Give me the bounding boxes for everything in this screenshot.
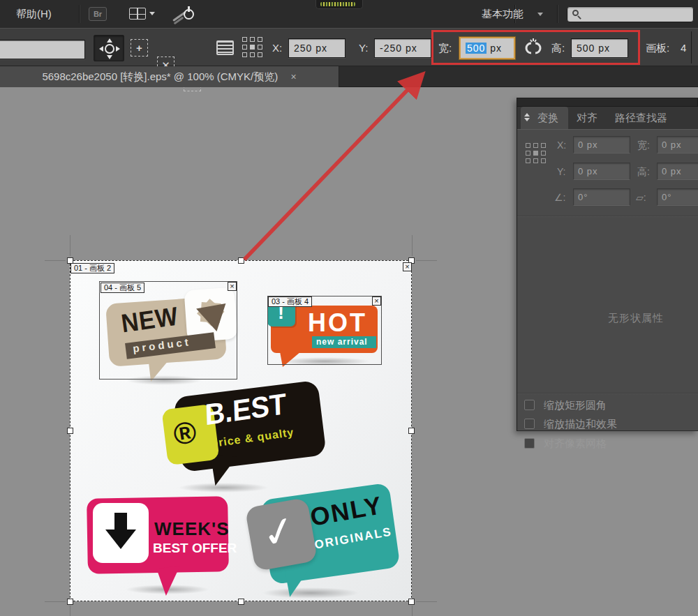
panel-divider [517,393,698,394]
reference-point-selector[interactable] [242,37,262,57]
panel-height-field[interactable]: 0 px [657,163,698,180]
new-artboard-icon[interactable]: + [131,39,148,57]
scale-rect-corners-label[interactable]: 缩放矩形圆角 [544,399,607,412]
panel-y-field[interactable]: 0 px [573,163,630,180]
align-pixel-grid-label[interactable]: 对齐像素网格 [544,437,607,450]
panel-divider [517,216,698,217]
only-check-box: ✓ [245,497,318,571]
search-box[interactable] [567,6,694,22]
crop-mark [70,606,70,616]
annotation-highlight-rect [431,30,640,65]
crop-mark [412,606,413,616]
align-pixel-grid-checkbox[interactable] [524,438,535,449]
tab-align[interactable]: 对齐 [577,107,597,129]
only-bubble-tail [283,566,311,597]
selection-handle[interactable] [67,428,73,434]
selection-handle[interactable] [238,599,244,605]
menu-help[interactable]: 帮助(H) [16,0,52,28]
shear-icon: ▱: [636,192,646,203]
arrange-documents-caret-icon[interactable] [149,12,155,15]
no-shape-properties-text: 无形状属性 [552,312,698,325]
panel-collapse-icon [524,113,530,121]
artboard-count-value: 4 [681,29,686,67]
crop-mark [45,601,66,602]
document-tab-bar: 5698c26be2050 [转换].eps* @ 100% (CMYK/预览)… [0,66,698,87]
selection-handle[interactable] [408,599,415,605]
panel-width-label: 宽: [637,140,650,152]
document-tab-title: 5698c26be2050 [转换].eps* @ 100% (CMYK/预览) [42,70,278,82]
scale-rect-corners-checkbox[interactable] [524,400,535,410]
transform-panel: 变换 对齐 路径查找器 X: 0 px 宽: 0 px Y: 0 px 高: 0… [517,98,698,431]
artboard-options-icon[interactable] [216,40,234,55]
panel-y-label: Y: [557,166,565,177]
delete-sub-artboard-hot-icon[interactable]: × [372,296,381,306]
panel-width-field[interactable]: 0 px [657,136,698,153]
sub-artboard-new-label[interactable]: 04 - 画板 5 [101,283,144,293]
panel-x-label: X: [557,140,566,151]
bridge-icon[interactable]: Br [89,7,107,21]
y-field[interactable]: -250 px [374,38,431,58]
workspace-switcher[interactable]: 基本功能 [482,0,524,28]
selection-handle[interactable] [238,257,244,264]
sub-artboard-hot-label[interactable]: 03 - 画板 4 [268,296,312,307]
badge-best[interactable]: ® B.EST price & qualty [162,380,329,492]
document-tab[interactable]: 5698c26be2050 [转换].eps* @ 100% (CMYK/预览)… [0,66,339,87]
reg-mark: ® [171,414,199,452]
scale-strokes-effects-label[interactable]: 缩放描边和效果 [544,418,617,430]
panel-body: X: 0 px 宽: 0 px Y: 0 px 高: 0 px ∠: 0° ▱:… [517,129,698,431]
separator [557,5,558,23]
crop-mark [412,235,413,256]
panel-x-field[interactable]: 0 px [573,136,630,153]
check-icon: ✓ [257,505,302,559]
crop-mark [70,235,70,256]
weeks-text: WEEK'S [154,518,230,540]
panel-shear-field[interactable]: 0° [657,188,698,206]
workspace-caret-icon[interactable] [537,13,543,16]
separator [79,5,80,23]
panel-rotate-field[interactable]: 0° [573,188,630,206]
mini-toolbar-widget[interactable] [315,0,363,9]
search-input[interactable] [586,8,690,22]
arrange-documents-icon[interactable] [129,8,146,20]
down-arrow-head [105,529,136,549]
down-arrow-icon [114,513,127,531]
panel-tab-strip: 变换 对齐 路径查找器 [517,107,698,129]
cs-live-icon[interactable] [172,4,198,24]
panel-header-bar[interactable] [517,98,698,107]
search-icon-handle [577,15,581,20]
tab-pathfinder[interactable]: 路径查找器 [615,107,667,129]
best-offer-text: BEST OFFER [153,541,237,556]
x-label: X: [272,29,282,67]
artboard-label[interactable]: 01 - 画板 2 [70,263,114,273]
crop-mark [45,260,66,261]
menu-bar: 帮助(H) Br 基本功能 [0,0,698,28]
delete-sub-artboard-new-icon[interactable]: × [228,282,237,291]
weeks-bubble-tail [156,566,184,596]
selection-handle[interactable] [408,428,415,434]
panel-reference-point-selector[interactable] [526,143,546,163]
crop-mark [416,601,437,602]
tab-transform[interactable]: 变换 [521,107,568,129]
scale-strokes-effects-checkbox[interactable] [524,419,535,429]
artboard-move-tool-button[interactable] [94,35,124,61]
crop-mark [416,260,437,261]
panel-height-label: 高: [637,166,650,179]
delete-artboard-icon[interactable]: × [403,262,412,271]
y-label: Y: [359,29,368,67]
x-field[interactable]: 250 px [288,38,346,58]
weeks-arrow-box [93,503,149,563]
rotate-angle-icon: ∠: [554,192,565,203]
document-tab-close-icon[interactable]: × [290,71,296,82]
selection-handle[interactable] [67,599,73,605]
artboard-count-label: 画板: [646,29,669,67]
illustrator-window: NEW product ! HOT new arrival ® B.EST pr… [0,0,698,616]
badge-only[interactable]: ✓ ONLY ORIGINALS [243,481,400,600]
separator [691,31,692,63]
badge-weeks[interactable]: WEEK'S BEST OFFER [80,492,234,596]
sub-artboard-new[interactable] [99,281,237,380]
artboard-name-field[interactable]: 2 [0,40,85,59]
